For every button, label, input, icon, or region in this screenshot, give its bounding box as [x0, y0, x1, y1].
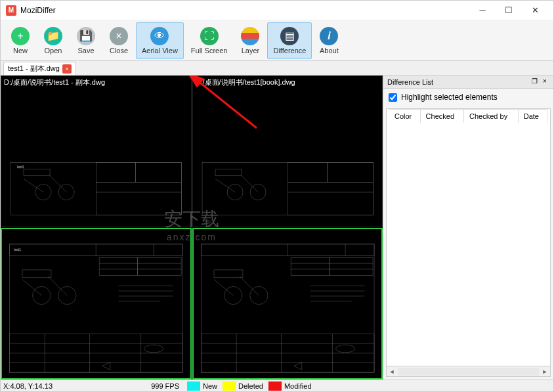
svg-text:test1: test1 — [14, 248, 21, 251]
minimize-button[interactable]: ─ — [469, 1, 496, 20]
list-icon: ▤ — [280, 27, 299, 45]
close-button[interactable]: ×Close — [103, 22, 135, 59]
swatch-deleted — [223, 381, 236, 391]
col-checked[interactable]: Checked — [420, 110, 463, 123]
maximize-button[interactable]: ☐ — [496, 1, 522, 20]
difference-table[interactable]: Color Checked Checked by Date — [389, 109, 547, 363]
pane-bottom-right[interactable] — [192, 228, 383, 380]
panel-header: Difference List ❐ × — [383, 76, 553, 89]
difference-button[interactable]: ▤Difference — [267, 22, 312, 59]
svg-rect-42 — [291, 257, 330, 275]
svg-rect-3 — [96, 183, 181, 192]
close-icon: × — [110, 27, 128, 45]
about-button[interactable]: iAbout — [313, 22, 345, 59]
scroll-right-icon[interactable]: ► — [540, 368, 550, 375]
pane-top-left[interactable]: D:/桌面/说明书/test1 - 副本.dwg test1 — [1, 76, 192, 227]
main-area: D:/桌面/说明书/test1 - 副本.dwg test1 D:/桌面/说明书… — [1, 76, 553, 380]
highlight-checkbox[interactable] — [389, 93, 397, 102]
svg-point-59 — [335, 345, 354, 353]
legend-new: New — [184, 381, 220, 391]
toolbar: +New 📁Open 💾Save ×Close 👁Aerial View ⛶Fu… — [1, 20, 553, 61]
drawing-viewer[interactable]: D:/桌面/说明书/test1 - 副本.dwg test1 D:/桌面/说明书… — [1, 76, 383, 380]
swatch-modified — [268, 381, 282, 391]
svg-point-23 — [33, 286, 51, 304]
legend-deleted: Deleted — [220, 381, 266, 391]
horizontal-scrollbar[interactable]: ◄ ► — [387, 366, 550, 376]
col-checked-by[interactable]: Checked by — [464, 110, 519, 123]
svg-rect-10 — [327, 163, 373, 183]
open-button[interactable]: 📁Open — [37, 22, 69, 59]
scroll-left-icon[interactable]: ◄ — [387, 368, 397, 375]
status-fps: 999 FPS — [132, 382, 184, 390]
col-date[interactable]: Date — [518, 110, 547, 123]
svg-text:test1: test1 — [17, 165, 24, 169]
save-button[interactable]: 💾Save — [70, 22, 102, 59]
document-tab[interactable]: test1 - 副本.dwg × — [3, 62, 76, 75]
tab-close-icon[interactable]: × — [62, 64, 72, 74]
svg-rect-11 — [288, 183, 373, 192]
app-title: MoziDiffer — [20, 6, 469, 15]
file-path-label: D:/桌面/说明书/test1 - 副本.dwg — [4, 77, 105, 87]
app-icon: M — [6, 5, 16, 16]
svg-rect-1 — [96, 163, 135, 183]
eye-icon: 👁 — [150, 27, 169, 45]
undock-icon[interactable]: ❐ — [530, 77, 539, 87]
full-screen-button[interactable]: ⛶Full Screen — [185, 22, 234, 59]
cad-drawing: test1 — [5, 241, 188, 376]
svg-rect-4 — [96, 192, 181, 215]
pane-top-right[interactable]: D:/桌面/说明书/test1[book].dwg — [192, 76, 383, 227]
info-icon: i — [320, 27, 338, 45]
status-coords: X:4.08, Y:14.13 — [1, 382, 132, 390]
tab-bar: test1 - 副本.dwg × — [1, 61, 553, 76]
layer-button[interactable]: Layer — [234, 22, 266, 59]
svg-rect-9 — [288, 163, 327, 183]
cad-drawing: test1 — [4, 88, 188, 224]
svg-rect-20 — [138, 257, 181, 275]
aerial-view-button[interactable]: 👁Aerial View — [136, 22, 184, 59]
cad-drawing — [196, 241, 379, 376]
tab-label: test1 - 副本.dwg — [8, 64, 60, 74]
close-window-button[interactable]: ✕ — [522, 1, 548, 20]
svg-rect-2 — [135, 163, 181, 183]
layers-icon — [241, 27, 259, 45]
panel-close-icon[interactable]: × — [540, 77, 549, 87]
file-path-label: D:/桌面/说明书/test1[book].dwg — [196, 77, 295, 87]
swatch-new — [187, 381, 200, 391]
svg-point-36 — [144, 345, 163, 353]
svg-rect-12 — [288, 192, 373, 215]
folder-icon: 📁 — [44, 27, 62, 45]
legend-modified: Modified — [266, 381, 314, 391]
panel-title: Difference List — [387, 78, 433, 86]
status-bar: X:4.08, Y:14.13 999 FPS New Deleted Modi… — [1, 380, 553, 391]
difference-panel: Difference List ❐ × Highlight selected e… — [383, 76, 553, 380]
svg-rect-43 — [329, 257, 372, 275]
pane-bottom-left[interactable]: test1 — [1, 228, 192, 380]
difference-table-wrap: Color Checked Checked by Date ◄ ► — [386, 108, 551, 377]
fullscreen-icon: ⛶ — [200, 27, 219, 45]
svg-rect-19 — [99, 257, 138, 275]
new-button[interactable]: +New — [5, 22, 36, 59]
save-icon: 💾 — [77, 27, 95, 45]
plus-icon: + — [11, 27, 30, 45]
col-color[interactable]: Color — [389, 110, 420, 123]
cad-drawing — [196, 88, 380, 224]
highlight-label: Highlight selected elements — [401, 93, 498, 102]
titlebar: M MoziDiffer ─ ☐ ✕ — [1, 1, 553, 20]
